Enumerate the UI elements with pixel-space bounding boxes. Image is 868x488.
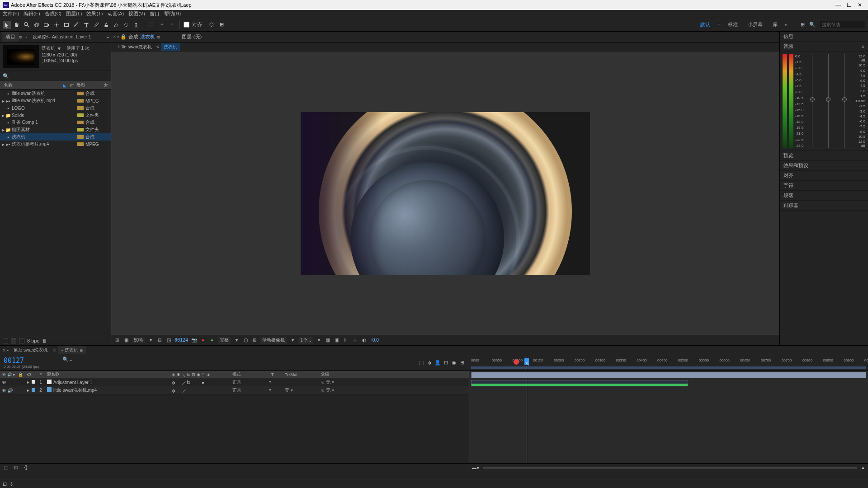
workspace-default[interactable]: 默认 (698, 20, 713, 29)
snapping-option-2-icon[interactable]: ⊞ (217, 21, 226, 29)
workspace-menu-icon[interactable]: ≡ (717, 22, 720, 28)
type-tool[interactable] (82, 21, 90, 29)
workspace-library[interactable]: 库 (770, 20, 780, 29)
toggle-modes-icon[interactable]: ⊡ (13, 465, 19, 470)
bpc-toggle[interactable]: 8 bpc (27, 338, 39, 343)
project-tab[interactable]: 项目 (2, 32, 19, 42)
label-col-icon[interactable]: 🏷 (27, 372, 31, 377)
comp-panel-name[interactable]: 洗衣机 (140, 33, 155, 40)
workspace-small[interactable]: 小屏幕 (745, 20, 765, 29)
marker-indicator[interactable] (514, 359, 519, 365)
bc-current-comp[interactable]: 洗衣机 (161, 43, 180, 51)
delete-icon[interactable]: 🗑 (42, 338, 47, 343)
puppet-tool[interactable] (132, 21, 140, 29)
paragraph-panel-header[interactable]: 段落 (780, 191, 868, 201)
project-item[interactable]: ▪LOGO合成 (0, 104, 111, 112)
zoom-out-icon[interactable]: ▬● (472, 465, 479, 470)
snapshot-icon[interactable]: 📷 (191, 338, 197, 343)
panel-overflow-icon[interactable]: » (106, 34, 109, 40)
menu-effect[interactable]: 效果(T) (86, 10, 103, 17)
timeline-tracks[interactable] (469, 371, 868, 463)
reset-workspace-icon[interactable]: ⊞ (801, 22, 805, 28)
brush-tool[interactable] (92, 21, 100, 29)
project-item[interactable]: ▸▸▪洗衣机参考片.mp4MPEG (0, 141, 111, 148)
pen-tool[interactable] (72, 21, 80, 29)
minimize-button[interactable]: — (833, 2, 844, 8)
timeline-tab-1[interactable]: ▪ 洗衣机 ≡ (58, 346, 86, 354)
zoom-select[interactable]: 50% (132, 337, 145, 343)
audio-slider-2[interactable] (821, 54, 836, 148)
menu-window[interactable]: 窗口 (150, 10, 160, 17)
eye-col-icon[interactable]: 👁 (2, 372, 6, 377)
composition-viewer[interactable] (111, 52, 779, 335)
menu-file[interactable]: 文件(F) (3, 10, 19, 17)
project-item[interactable]: ▸▸▪little swan洗衣机.mp4MPEG (0, 97, 111, 104)
maximize-button[interactable]: ☐ (844, 2, 854, 8)
timeline-icon[interactable]: ⊪ (343, 338, 349, 343)
menu-composition[interactable]: 合成(C) (45, 10, 61, 17)
timeline-tab-menu-icon[interactable]: ≡ (80, 348, 83, 353)
new-comp-icon[interactable] (19, 338, 24, 343)
project-item[interactable]: ▸📁贴图素材文件夹 (0, 126, 111, 133)
col-mode[interactable]: 模式 (231, 371, 271, 377)
zoom-in-icon[interactable]: ▲ (861, 465, 865, 470)
status-icon-1[interactable]: ⊡ (3, 481, 7, 487)
zoom-slider[interactable] (483, 467, 857, 469)
toggle-transparency-icon[interactable]: ▣ (123, 338, 129, 343)
reset-exposure-icon[interactable]: ◐ (361, 338, 367, 343)
comp-flowchart-icon[interactable]: ⊹ (352, 338, 358, 343)
project-item[interactable]: ▪little swan洗衣机合成 (0, 90, 111, 97)
eraser-tool[interactable] (112, 21, 120, 29)
timeline-search-icon[interactable]: 🔍⌄ (62, 357, 73, 362)
view-count-select[interactable]: 1个... (298, 337, 313, 344)
menu-edit[interactable]: 编辑(E) (24, 10, 40, 17)
motion-blur-icon[interactable]: ◉ (451, 360, 457, 366)
frame-blend-icon[interactable]: ⊡ (443, 360, 449, 366)
roi-toggle-icon[interactable]: ▢ (242, 338, 249, 343)
audio-col-icon[interactable]: 🔊 (7, 372, 12, 377)
layer-panel-label[interactable]: 图层 (182, 33, 192, 40)
bc-parent-comp[interactable]: little swan洗衣机 (116, 43, 155, 51)
timeline-layer-row[interactable]: 👁🔊 ▸ 2 little swan洗衣机.mp4 ⬗／ 正常 ▾ 无 ▾ ⊙ … (0, 386, 469, 394)
time-ruler[interactable]: 0000000500010000150002000025000300003500… (469, 355, 868, 371)
col-size[interactable]: 大 (104, 82, 111, 89)
roi-icon[interactable]: ◳ (165, 338, 172, 343)
layer-1-clip[interactable] (471, 372, 866, 378)
lock-col-icon[interactable]: 🔒 (18, 372, 23, 377)
project-search-icon[interactable]: 🔍 (3, 73, 9, 79)
hide-shy-icon[interactable]: 👤 (434, 360, 441, 366)
preview-panel-header[interactable]: 预览 (780, 151, 868, 161)
snapping-option-1-icon[interactable]: ⬡ (208, 21, 216, 29)
audio-panel-header[interactable]: 音频≡ (780, 42, 868, 52)
work-area-bar[interactable] (471, 366, 866, 369)
project-item-list[interactable]: ▪little swan洗衣机合成▸▸▪little swan洗衣机.mp4MP… (0, 90, 111, 336)
zoom-dropdown-icon[interactable]: ▾ (147, 338, 154, 343)
current-timecode[interactable]: 00127 (4, 357, 55, 365)
audio-slider-1[interactable] (804, 54, 820, 148)
comp-panel-menu-icon[interactable]: ≡ (157, 34, 160, 40)
menu-help[interactable]: 帮助(H) (164, 10, 181, 17)
menu-layer[interactable]: 图层(L) (66, 10, 82, 17)
draft-3d-icon[interactable]: ⬗ (426, 360, 433, 366)
status-icon-2[interactable]: ⊹ (9, 481, 14, 487)
graph-editor-icon[interactable]: ⊞ (459, 360, 465, 366)
camera-select[interactable]: 活动摄像机 (260, 337, 287, 344)
menu-animation[interactable]: 动画(A) (108, 10, 124, 17)
project-item[interactable]: ▸📁Solids文件夹 (0, 112, 111, 119)
project-item[interactable]: ▪孔雀 Comp 1合成 (0, 119, 111, 126)
grid-icon[interactable]: ⊞ (251, 338, 258, 343)
viewer-timecode[interactable]: 00124 (175, 338, 188, 343)
hand-tool[interactable] (13, 21, 21, 29)
clone-stamp-tool[interactable] (102, 21, 110, 29)
toggle-in-out-icon[interactable]: {} (23, 465, 29, 470)
new-folder-icon[interactable] (11, 338, 16, 343)
col-source-name[interactable]: 源名称 (45, 371, 172, 377)
close-button[interactable]: ✕ (854, 2, 865, 8)
show-channel-icon[interactable]: ● (200, 338, 206, 343)
align-panel-header[interactable]: 对齐 (780, 171, 868, 181)
audio-slider-3[interactable] (836, 54, 852, 148)
resolution-icon[interactable]: ⊟ (156, 338, 163, 343)
rectangle-tool[interactable] (62, 21, 71, 29)
project-item[interactable]: ▪洗衣机合成 (0, 133, 111, 141)
resolution-select[interactable]: 完整 (218, 337, 231, 344)
